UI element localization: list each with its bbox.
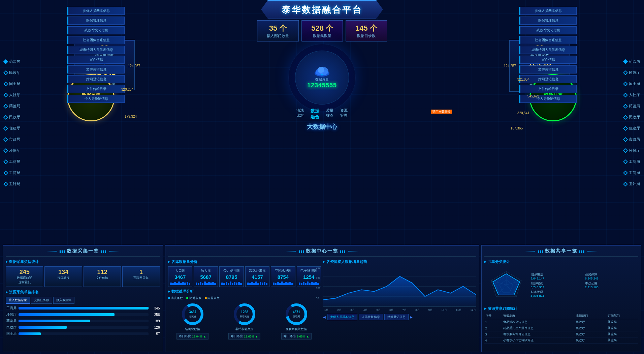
bottom-right-panel: ▮▮▮ 数据共享一览 ▮▮▮ 共享分类统计: [481, 245, 642, 352]
left-org-item-4[interactable]: 药监局: [4, 104, 20, 109]
bottom-left-panel: ▮▮▮ 数据采集一览 ▮▮▮ 数据采集类型统计 245 数据库前置连前置机 13…: [3, 245, 163, 352]
left-org-item-1[interactable]: 民政厅: [4, 70, 20, 75]
db-grid: 人口库 3467 法人库 5687 公共信用库 8795 宏观经济库 4157 …: [168, 266, 321, 287]
right-org-item-3[interactable]: 人社厅: [624, 92, 640, 97]
svg-text:4571: 4571: [293, 310, 300, 314]
right-org-item-10[interactable]: 工商局: [624, 170, 640, 175]
db-card-0: 人口库 3467: [168, 266, 192, 287]
left-org-item-7[interactable]: 市政局: [4, 137, 20, 142]
flow-num-r3: 545,621: [527, 94, 540, 98]
right-org-item-9[interactable]: 工商局: [624, 159, 640, 164]
right-org-list: 药监局民政厅国土局人社厅药监局民政厅住建厅市政局环保厅工商局工商局卫计局: [624, 52, 640, 186]
center-right-item-1: 医保管理信息: [519, 17, 577, 25]
right-org-item-8[interactable]: 环保厅: [624, 148, 640, 153]
stat-card-2: 134 接口对接: [44, 266, 82, 287]
right-org-item-0[interactable]: 药监局: [624, 59, 640, 64]
stat-dept-label: 接入部门数量: [267, 33, 289, 38]
flow-num-3: 179,324: [125, 115, 137, 118]
rank-tab-1[interactable]: 交换任务数: [31, 297, 52, 304]
left-org-item-2[interactable]: 国土局: [4, 81, 20, 86]
th-name: 资源名称: [502, 313, 575, 319]
bottom-center-title: 数据中心一览: [306, 248, 338, 254]
svg-text:结构化: 结构化: [189, 315, 196, 318]
scroll-item-1[interactable]: 参保人员基本信息: [327, 314, 357, 320]
stat-lbl-4: 互联网采集: [125, 276, 157, 280]
bottom-right-header: ▮▮▮ 数据共享一览 ▮▮▮: [484, 248, 639, 257]
left-org-item-3[interactable]: 人社厅: [4, 92, 20, 97]
bottom-right-title: 数据共享一览: [545, 248, 577, 254]
left-org-item-0[interactable]: 药监局: [4, 59, 20, 64]
right-deco-right: [587, 251, 598, 252]
stat-card-1: 245 数据库前置连前置机: [6, 266, 43, 287]
left-org-item-10[interactable]: 工商局: [4, 170, 20, 175]
trend-chart: 200 150 100 50: [323, 266, 476, 307]
right-org-item-2[interactable]: 国土局: [624, 81, 640, 86]
flow-num-2: 320,254: [121, 88, 133, 91]
trend-svg: [323, 266, 476, 306]
right-org-item-5[interactable]: 民政厅: [624, 115, 640, 120]
stat-lbl-3: 文件传输: [86, 276, 119, 280]
right-org-item-4[interactable]: 药监局: [624, 104, 640, 109]
svg-text:3467: 3467: [189, 310, 196, 314]
flow-num-r4: 320,541: [517, 111, 529, 115]
rank-bar-4: 国土局 57: [6, 331, 160, 336]
data-center-area: 数据总量 12345555 清洗比对 数据融合 质量核查 资源管理 大数据中心: [285, 44, 359, 131]
left-org-item-6[interactable]: 住建厅: [4, 126, 20, 131]
db-card-2: 公共信用库 8795: [219, 266, 244, 287]
rank-title: 资源采集单位排名: [6, 290, 160, 295]
center-left-item-3: 社会团体台账信息: [67, 36, 125, 44]
flow-num-r5: 187,365: [511, 126, 523, 130]
right-org-item-7[interactable]: 市政局: [624, 137, 640, 142]
header-title-box: 泰华数据融合平台: [261, 0, 383, 19]
bottom-scroll: ◀ 参保人员基本信息 人员住址信息 婚姻登记信息 ▶: [323, 314, 476, 320]
center-left-data-list: 参保人员基本信息医保管理信息殡仪馆火化信息社会团体台账信息城市特困人员供养信息案…: [67, 7, 125, 103]
center-right-item-6: 文件传输信息: [519, 65, 577, 73]
radar-label-5: 城市管理4,324,874: [531, 290, 584, 298]
flow-num-r1: 124,257: [504, 64, 516, 68]
center-right-item-5: 案件信息: [519, 56, 577, 64]
stat-num-1: 245: [8, 269, 41, 276]
center-right-item-8: 文件传输目录: [519, 85, 577, 93]
cloud-inner: 数据总量 12345555: [295, 51, 349, 105]
radar-label-3: 城乡建设5,745,367: [531, 281, 584, 289]
proc-wash: 清洗比对: [296, 108, 304, 120]
share-table-row-0: 1食品抽检公告信息民政厅药监局: [484, 319, 639, 325]
center-left-item-6: 文件传输信息: [67, 65, 125, 73]
stat-num-2: 134: [47, 269, 79, 276]
right-deco-left: [525, 251, 535, 252]
data-total-label: 数据总量: [315, 77, 329, 82]
radar-label-1: 城乡规划2,645,147: [531, 272, 584, 280]
page-title: 泰华数据融合平台: [282, 4, 362, 16]
left-org-item-11[interactable]: 卫计局: [4, 181, 20, 186]
center-left-item-9: 个人身份证信息: [67, 95, 125, 103]
rank-tab-2[interactable]: 接入数据集: [53, 297, 74, 304]
left-org-item-8[interactable]: 环保厅: [4, 148, 20, 153]
stat-dept-number: 35 个: [267, 23, 289, 33]
donut-svg-1: 3467 结构化: [181, 302, 204, 326]
stat-card-3: 112 文件传输: [84, 266, 121, 287]
rank-bar-0: 工商局 345: [6, 306, 160, 311]
legend-row: 清洗条数 比对条数 问题条数: [168, 296, 321, 300]
right-org-item-1[interactable]: 民政厅: [624, 70, 640, 75]
right-org-item-11[interactable]: 卫计局: [624, 181, 640, 186]
scroll-item-3[interactable]: 婚姻登记信息: [384, 314, 409, 320]
legend-compare: 比对条数: [186, 296, 201, 300]
right-org-item-6[interactable]: 住建厅: [624, 126, 640, 131]
rank-tab-0[interactable]: 接入数据总量: [6, 297, 30, 304]
scroll-left[interactable]: ◀: [323, 315, 326, 319]
donut-2-label: 非结构化数据: [235, 327, 254, 331]
rank-tabs[interactable]: 接入数据总量交换任务数接入数据集: [6, 297, 160, 304]
th-src: 来源部门: [575, 313, 607, 319]
left-org-item-9[interactable]: 工商局: [4, 159, 20, 164]
stat-box-dept: 35 个 接入部门数量: [257, 20, 299, 41]
donut-1: 3467 结构化 结构化数据 昨日环比 12.04% ▲: [168, 302, 217, 340]
scroll-item-2[interactable]: 人员住址信息: [359, 314, 383, 320]
cloud-outer-ring: 数据总量 12345555: [288, 44, 356, 111]
rank-bars: 工商局 345 环保厅 256 药监局 189 民政厅 126 国土局 57: [6, 306, 160, 336]
left-org-item-5[interactable]: 民政厅: [4, 115, 20, 120]
cloud-icon: [314, 66, 330, 77]
left-org-list: 药监局民政厅国土局人社厅药监局民政厅住建厅市政局环保厅工商局工商局卫计局: [4, 52, 20, 186]
donut-3-label: 互联网爬取数据: [286, 327, 307, 331]
scroll-right[interactable]: ▶: [410, 315, 413, 319]
flow-num-1: 124,257: [128, 64, 140, 68]
